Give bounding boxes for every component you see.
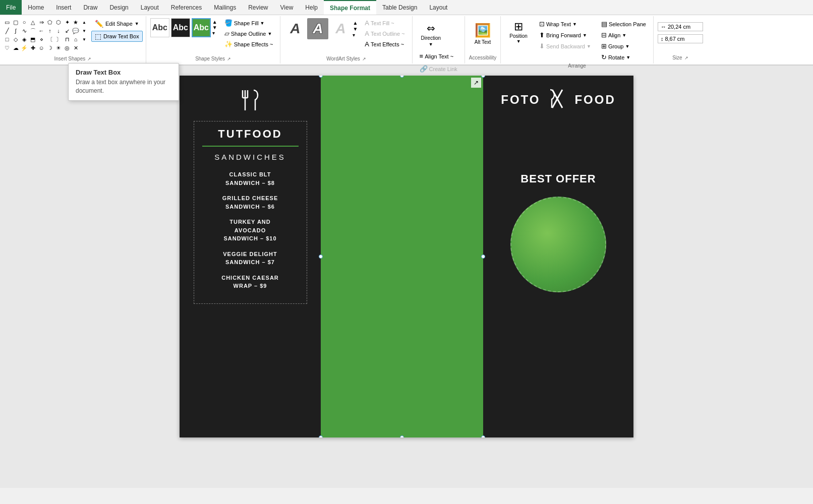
tab-shape-format[interactable]: Shape Format bbox=[324, 0, 376, 15]
width-field[interactable]: ↔ 20,24 cm bbox=[658, 22, 703, 31]
draw-textbox-button[interactable]: ⬚ Draw Text Box bbox=[91, 31, 143, 42]
shape-ring[interactable]: ◎ bbox=[63, 44, 71, 52]
wordart-btn-plain[interactable]: A bbox=[284, 18, 306, 39]
tab-references[interactable]: References bbox=[165, 0, 208, 15]
handle-ml[interactable] bbox=[319, 255, 323, 259]
tab-review[interactable]: Review bbox=[242, 0, 274, 15]
shape-sq6[interactable]: 〔 bbox=[46, 35, 54, 43]
shape-freeform[interactable]: ∿ bbox=[20, 27, 28, 35]
shape-moon[interactable]: ☽ bbox=[46, 44, 54, 52]
bring-forward-button[interactable]: ⬆ Bring Forward ▼ bbox=[536, 30, 594, 40]
text-direction-button[interactable]: ⇔ Direction ▼ bbox=[417, 20, 445, 49]
handle-br[interactable] bbox=[481, 435, 485, 437]
expand-wordart-icon[interactable]: ↗ bbox=[362, 56, 366, 61]
handle-bl[interactable] bbox=[319, 435, 323, 437]
edit-shape-button[interactable]: ✏️ Edit Shape ▼ bbox=[91, 18, 143, 29]
shape-pentagon[interactable]: ⬠ bbox=[46, 18, 54, 26]
shape-left-arrow[interactable]: ← bbox=[37, 27, 45, 35]
shape-sq5[interactable]: ⋄ bbox=[37, 35, 45, 43]
shape-oval[interactable]: ○ bbox=[20, 18, 28, 26]
shape-heart[interactable]: ♡ bbox=[3, 44, 11, 52]
align-button[interactable]: ⊟ Align ▼ bbox=[598, 30, 649, 40]
expand-size-icon[interactable]: ↗ bbox=[684, 55, 688, 60]
tab-design[interactable]: Design bbox=[103, 0, 134, 15]
create-link-button[interactable]: 🔗 Create Link bbox=[417, 64, 460, 74]
scroll-up-icon[interactable]: ▲ bbox=[212, 20, 217, 25]
resize-icon[interactable]: ↗ bbox=[471, 78, 481, 88]
wa-down-icon[interactable]: ▼ bbox=[353, 26, 358, 32]
shape-bent[interactable]: ↙ bbox=[63, 27, 71, 35]
shape-sq1[interactable]: □ bbox=[3, 35, 11, 43]
align-text-button[interactable]: ≡ Align Text ~ bbox=[417, 51, 457, 61]
shape-sq9[interactable]: ⌂ bbox=[72, 35, 80, 43]
handle-mr[interactable] bbox=[481, 255, 485, 259]
shape-sq10[interactable]: ▼ bbox=[80, 35, 88, 43]
text-effects-button[interactable]: A Text Effects ~ bbox=[362, 39, 408, 49]
tab-mailings[interactable]: Mailings bbox=[208, 0, 242, 15]
expand-shape-styles-icon[interactable]: ↗ bbox=[227, 56, 231, 61]
style-scroll-up[interactable]: ▲ ▼ ▾ bbox=[212, 20, 217, 36]
shape-sq4[interactable]: ⬒ bbox=[29, 35, 37, 43]
wa-expand-icon[interactable]: ▾ bbox=[353, 32, 358, 38]
position-button[interactable]: ⊞ Position ▼ bbox=[505, 18, 532, 46]
tab-layout[interactable]: Layout bbox=[135, 0, 165, 15]
shape-bracket[interactable]: ⌒ bbox=[29, 27, 37, 35]
shape-extra[interactable] bbox=[80, 44, 88, 52]
send-backward-button[interactable]: ⬇ Send Backward ▼ bbox=[536, 41, 594, 51]
tab-draw[interactable]: Draw bbox=[77, 0, 103, 15]
shape-down-arrow[interactable]: ↓ bbox=[54, 27, 63, 35]
tab-help[interactable]: Help bbox=[299, 0, 324, 15]
alt-text-button[interactable]: 🖼️ Alt Text bbox=[470, 20, 496, 47]
shape-curve[interactable]: ∫ bbox=[12, 27, 20, 35]
shape-triangle[interactable]: △ bbox=[29, 18, 37, 26]
shape-lightning[interactable]: ⚡ bbox=[20, 44, 28, 52]
rotate-button[interactable]: ↻ Rotate ▼ bbox=[598, 52, 649, 62]
shape-effects-button[interactable]: ✨ Shape Effects ~ bbox=[221, 39, 276, 49]
style-box-green[interactable]: Abc bbox=[192, 18, 211, 37]
shape-cloud[interactable]: ☁ bbox=[12, 44, 20, 52]
shape-outline-button[interactable]: ▱ Shape Outline ▼ bbox=[221, 29, 276, 38]
shape-sq8[interactable]: ⊓ bbox=[63, 35, 71, 43]
shape-fill-button[interactable]: 🪣 Shape Fill ▼ bbox=[221, 18, 276, 28]
shape-sun[interactable]: ☀ bbox=[54, 44, 63, 52]
shape-sq3[interactable]: ◈ bbox=[20, 35, 28, 43]
handle-bc[interactable] bbox=[400, 435, 404, 437]
wrap-text-button[interactable]: ⊡ Wrap Text ▼ bbox=[536, 19, 594, 29]
selection-pane-button[interactable]: ▤ Selection Pane bbox=[598, 19, 649, 29]
shape-smiley[interactable]: ☺ bbox=[37, 44, 45, 52]
text-outline-button[interactable]: A Text Outline ~ bbox=[362, 29, 408, 38]
shape-arrow-right[interactable]: ⇒ bbox=[37, 18, 45, 26]
shape-plus[interactable]: ✚ bbox=[29, 44, 37, 52]
tab-insert[interactable]: Insert bbox=[50, 0, 77, 15]
shape-star5[interactable]: ★ bbox=[72, 18, 80, 26]
wordart-btn-ghost[interactable]: A bbox=[330, 18, 351, 39]
tab-file[interactable]: File bbox=[0, 0, 22, 15]
shape-callout[interactable]: 💬 bbox=[72, 27, 80, 35]
scroll-down-icon[interactable]: ▼ bbox=[212, 25, 217, 30]
scroll-expand-icon[interactable]: ▾ bbox=[212, 31, 217, 36]
tab-view[interactable]: View bbox=[274, 0, 300, 15]
expand-icon[interactable]: ↗ bbox=[87, 56, 91, 61]
shape-star4[interactable]: ✦ bbox=[63, 18, 71, 26]
shape-less[interactable]: ▼ bbox=[80, 27, 88, 35]
height-field[interactable]: ↕ 8,67 cm bbox=[658, 34, 703, 43]
tab-home[interactable]: Home bbox=[22, 0, 50, 15]
shape-sq2[interactable]: ◇ bbox=[12, 35, 20, 43]
tab-table-design[interactable]: Table Design bbox=[376, 0, 423, 15]
shape-sq7[interactable]: 〕 bbox=[54, 35, 63, 43]
shape-up-arrow[interactable]: ↑ bbox=[46, 27, 54, 35]
shape-line[interactable]: ╱ bbox=[3, 27, 11, 35]
shape-more[interactable]: ▲ bbox=[80, 18, 88, 26]
wordart-btn-outline[interactable]: A bbox=[307, 18, 328, 39]
handle-tc[interactable] bbox=[400, 76, 404, 78]
style-box-white[interactable]: Abc bbox=[150, 18, 169, 37]
menu-center-panel[interactable]: ⚓ ↗ bbox=[321, 76, 483, 437]
wa-up-icon[interactable]: ▲ bbox=[353, 20, 358, 26]
shape-hex[interactable]: ⬡ bbox=[54, 18, 63, 26]
shape-x[interactable]: ✕ bbox=[72, 44, 80, 52]
style-box-dark[interactable]: Abc bbox=[171, 18, 190, 37]
document-canvas[interactable]: TUTFOOD SANDWICHES CLASSIC BLTSANDWICH –… bbox=[180, 76, 633, 437]
text-fill-button[interactable]: A Text Fill ~ bbox=[362, 18, 408, 28]
group-button[interactable]: ⊞ Group ▼ bbox=[598, 41, 649, 51]
tab-layout2[interactable]: Layout bbox=[423, 0, 453, 15]
